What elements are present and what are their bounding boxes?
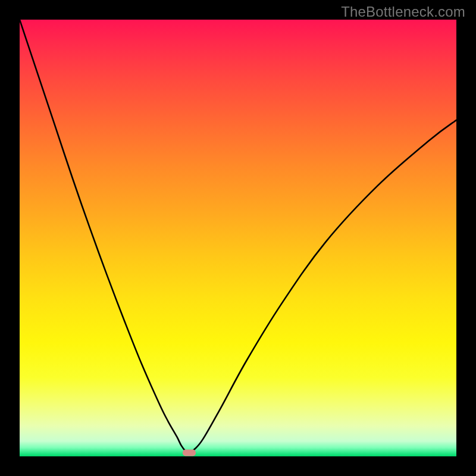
chart-frame: TheBottleneck.com [0,0,476,476]
minimum-marker [183,450,196,456]
plot-area [20,20,456,456]
watermark-text: TheBottleneck.com [341,4,465,20]
bottleneck-curve [20,20,456,456]
